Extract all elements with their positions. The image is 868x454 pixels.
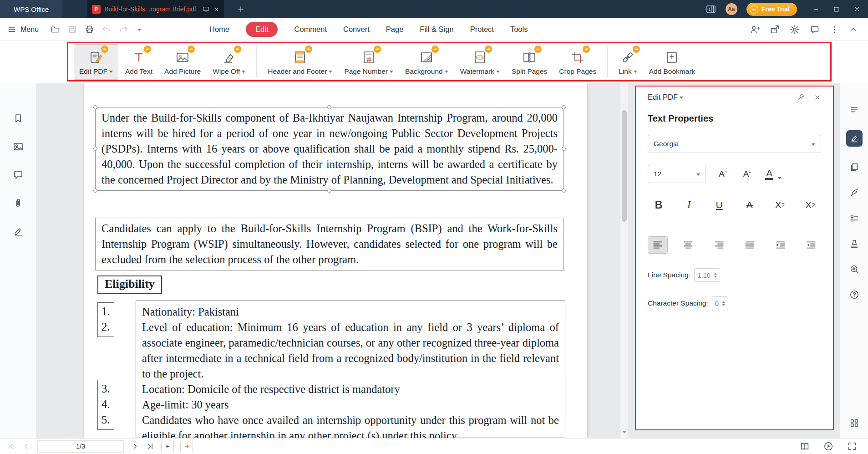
selection-handle[interactable] [93, 105, 97, 109]
toolbar-item-add-picture[interactable]: Add Picture [159, 44, 206, 80]
toolbar-item-link[interactable]: Link [614, 44, 642, 80]
align-center-button[interactable] [678, 236, 698, 254]
read-mode-icon[interactable] [800, 441, 810, 451]
align-justify-button[interactable] [740, 236, 760, 254]
tab-tools[interactable]: Tools [510, 22, 528, 37]
close-panel-icon[interactable] [814, 94, 821, 101]
workspace-grid-icon[interactable] [849, 418, 859, 428]
toolbar-item-add-bookmark[interactable]: Add Bookmark [644, 44, 700, 80]
font-color-button[interactable]: A [763, 168, 783, 181]
tab-convert[interactable]: Convert [343, 22, 370, 37]
selection-handle[interactable] [562, 147, 566, 151]
edit-tool-active-icon[interactable] [846, 130, 863, 147]
increase-indent-button[interactable] [771, 236, 791, 254]
selection-handle[interactable] [93, 147, 97, 151]
selection-handle[interactable] [327, 105, 331, 109]
scroll-down-arrow-icon[interactable] [622, 431, 627, 436]
play-slideshow-icon[interactable] [823, 441, 833, 451]
collapse-ribbon-icon[interactable] [849, 25, 858, 34]
bookmarks-panel-icon[interactable] [13, 113, 24, 124]
window-layout-icon[interactable]: 1 [706, 4, 716, 15]
italic-button[interactable]: I [680, 197, 698, 213]
tab-page[interactable]: Page [386, 22, 404, 37]
share-user-icon[interactable] [750, 25, 760, 35]
signature-tool-icon[interactable] [849, 188, 859, 198]
settings-gear-icon[interactable] [790, 25, 800, 35]
maximize-button[interactable] [833, 6, 840, 13]
tab-protect[interactable]: Protect [470, 22, 494, 37]
panel-title-dropdown[interactable]: Edit PDF [648, 93, 678, 102]
line-spacing-input[interactable]: 1.16 [694, 268, 720, 282]
user-avatar[interactable]: Aa [726, 3, 737, 15]
toolbar-item-add-text[interactable]: Add Text [120, 44, 157, 80]
increase-font-size-button[interactable]: A+ [716, 167, 731, 181]
stamp-tool-icon[interactable] [849, 239, 859, 249]
previous-view-button[interactable] [161, 441, 174, 452]
panel-list-icon[interactable] [849, 105, 859, 115]
align-left-button[interactable] [648, 236, 668, 254]
signature-panel-icon[interactable] [13, 226, 24, 237]
open-file-icon[interactable] [51, 25, 60, 34]
scrollbar-thumb[interactable] [622, 110, 627, 222]
underline-button[interactable]: U [710, 197, 728, 213]
dropdown-caret-icon[interactable] [680, 97, 683, 101]
next-view-button[interactable] [180, 441, 193, 452]
decrease-font-size-button[interactable]: A- [741, 167, 754, 181]
vertical-scrollbar[interactable] [620, 83, 628, 438]
free-trial-button[interactable]: Free Trial [746, 3, 797, 16]
share-icon[interactable] [770, 25, 780, 35]
document-tab[interactable]: P Build-for-Skills...rogram Brief.pdf [87, 0, 224, 18]
more-options-icon[interactable] [830, 25, 839, 34]
previous-page-icon[interactable] [22, 442, 31, 451]
toolbar-item-edit-pdf[interactable]: Edit PDF [74, 44, 118, 80]
decrease-indent-button[interactable] [801, 236, 821, 254]
close-tab-icon[interactable] [213, 6, 219, 12]
stepper-icon[interactable] [722, 300, 725, 307]
toolbar-item-header-footer[interactable]: Header and Footer [263, 44, 337, 80]
font-size-select[interactable]: 12 [648, 165, 706, 183]
eligibility-heading[interactable]: Eligibility [97, 275, 162, 294]
form-fields-tool-icon[interactable] [849, 213, 859, 223]
save-icon[interactable] [68, 25, 77, 34]
print-icon[interactable] [85, 25, 94, 34]
menu-button[interactable]: Menu [7, 25, 39, 34]
thumbnails-panel-icon[interactable] [13, 141, 24, 152]
comments-panel-icon[interactable] [13, 169, 24, 180]
redo-icon[interactable] [119, 25, 128, 34]
undo-icon[interactable] [102, 25, 111, 34]
font-family-select[interactable]: Georgia [648, 135, 821, 153]
toolbar-item-wipe-off[interactable]: Wipe Off [208, 44, 250, 80]
help-icon[interactable] [849, 290, 859, 300]
selection-handle[interactable] [562, 105, 566, 109]
selection-handle[interactable] [327, 189, 331, 193]
toolbar-item-crop-pages[interactable]: Crop Pages [554, 44, 601, 80]
close-window-button[interactable] [853, 5, 861, 13]
character-spacing-input[interactable]: 0 [712, 296, 728, 310]
attachments-panel-icon[interactable] [13, 198, 24, 209]
feedback-comment-icon[interactable] [810, 25, 820, 35]
bold-button[interactable]: B [650, 197, 668, 213]
next-page-icon[interactable] [130, 442, 139, 451]
stepper-icon[interactable] [714, 271, 717, 279]
new-tab-icon[interactable] [237, 5, 245, 13]
tab-comment[interactable]: Comment [294, 22, 327, 37]
strikethrough-button[interactable]: A [741, 197, 759, 213]
selection-handle[interactable] [93, 189, 97, 193]
subscript-button[interactable]: X2 [801, 197, 819, 213]
tab-fill-sign[interactable]: Fill & Sign [420, 22, 453, 37]
toolbar-item-split-pages[interactable]: Split Pages [507, 44, 552, 80]
pages-tool-icon[interactable] [849, 162, 859, 172]
text-frame[interactable]: Candidates can apply to the Build-for-Sk… [95, 218, 564, 270]
minimize-button[interactable] [812, 6, 819, 13]
pin-panel-icon[interactable] [797, 93, 806, 102]
fullscreen-icon[interactable] [847, 441, 857, 451]
tab-edit[interactable]: Edit [246, 22, 278, 37]
toolbar-item-background[interactable]: Background [400, 44, 453, 80]
document-viewport[interactable]: Under the Build-for-Skills component of … [37, 83, 620, 438]
page-indicator[interactable]: 1/3 [37, 440, 124, 453]
text-frame-selected[interactable]: Under the Build-for-Skills component of … [95, 107, 564, 191]
superscript-button[interactable]: X2 [771, 197, 789, 213]
align-right-button[interactable] [709, 236, 729, 254]
selection-handle[interactable] [562, 189, 566, 193]
quick-access-caret-icon[interactable] [137, 29, 141, 33]
